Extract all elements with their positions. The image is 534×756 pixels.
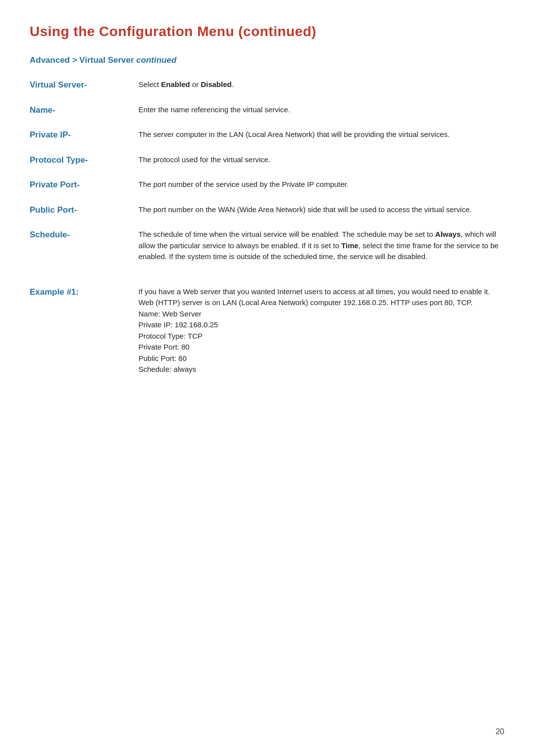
definition-row: Schedule-The schedule of time when the v… — [30, 229, 504, 276]
definition-term: Public Port- — [30, 204, 138, 229]
definition-term: Schedule- — [30, 229, 138, 276]
definition-row: Private Port-The port number of the serv… — [30, 179, 504, 204]
definition-desc: The protocol used for the virtual servic… — [138, 154, 504, 179]
section-heading-normal: Advanced > Virtual Server — [30, 55, 136, 65]
example-row: Example #1:If you have a Web server that… — [30, 286, 504, 389]
definition-desc: The server computer in the LAN (Local Ar… — [138, 129, 504, 154]
definition-term: Private IP- — [30, 129, 138, 154]
definition-row: Virtual Server-Select Enabled or Disable… — [30, 79, 504, 104]
example-term: Example #1: — [30, 286, 138, 389]
definition-desc: The schedule of time when the virtual se… — [138, 229, 504, 276]
definition-term: Name- — [30, 104, 138, 130]
definition-row: Protocol Type-The protocol used for the … — [30, 154, 504, 179]
definition-row: Public Port-The port number on the WAN (… — [30, 204, 504, 229]
definition-desc: The port number on the WAN (Wide Area Ne… — [138, 204, 504, 229]
page-title: Using the Configuration Menu (continued) — [30, 24, 504, 40]
section-heading-italic: continued — [136, 55, 177, 65]
definition-table: Virtual Server-Select Enabled or Disable… — [30, 79, 504, 389]
page-number: 20 — [495, 727, 504, 736]
spacer-row — [30, 276, 504, 286]
definition-term: Virtual Server- — [30, 79, 138, 104]
section-heading: Advanced > Virtual Server continued — [30, 55, 504, 65]
definition-desc: Enter the name referencing the virtual s… — [138, 104, 504, 130]
definition-desc: Select Enabled or Disabled. — [138, 79, 504, 104]
definition-term: Protocol Type- — [30, 154, 138, 179]
example-desc: If you have a Web server that you wanted… — [138, 286, 504, 389]
definition-row: Name-Enter the name referencing the virt… — [30, 104, 504, 130]
definition-row: Private IP-The server computer in the LA… — [30, 129, 504, 154]
definition-term: Private Port- — [30, 179, 138, 204]
definition-desc: The port number of the service used by t… — [138, 179, 504, 204]
